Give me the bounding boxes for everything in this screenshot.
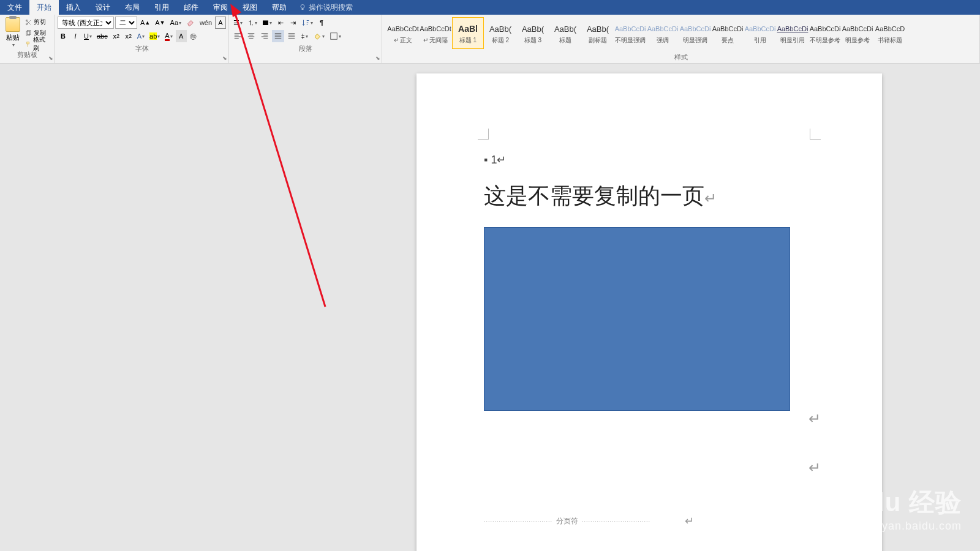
decrease-indent-button[interactable]: ⇤ <box>275 17 286 29</box>
tab-review[interactable]: 审阅 <box>206 0 235 15</box>
align-right-button[interactable] <box>258 30 271 42</box>
phonetic-guide-button[interactable]: wén <box>198 17 214 29</box>
paragraph-dialog-launcher[interactable]: ⬊ <box>375 55 380 61</box>
style-tile-7[interactable]: AaBbCcDi不明显强调 <box>614 17 646 49</box>
style-name: 书籍标题 <box>878 36 902 45</box>
clear-format-button[interactable] <box>184 17 197 29</box>
char-border-button[interactable]: A <box>215 17 226 29</box>
pilcrow-icon: ↵ <box>704 190 717 206</box>
distributed-icon <box>287 32 296 40</box>
tell-me-label: 操作说明搜索 <box>309 2 353 13</box>
align-right-icon <box>260 32 269 40</box>
distributed-button[interactable] <box>285 30 298 42</box>
style-preview: AaBbCcDi <box>810 21 841 36</box>
tab-mail[interactable]: 邮件 <box>176 0 206 15</box>
align-left-button[interactable] <box>232 30 244 42</box>
style-tile-13[interactable]: AaBbCcDi不明显参考 <box>809 17 841 49</box>
style-preview: AaBbCcDi <box>647 21 679 36</box>
tab-view[interactable]: 视图 <box>235 0 265 15</box>
style-tile-11[interactable]: AaBbCcDi引用 <box>744 17 776 49</box>
blue-shape[interactable] <box>484 227 790 411</box>
style-tile-1[interactable]: AaBbCcDt↵ 无间隔 <box>420 17 451 49</box>
grow-font-button[interactable]: A▲ <box>138 17 152 29</box>
style-preview: AaBbCcDi <box>842 21 873 36</box>
italic-button[interactable]: I <box>70 30 81 42</box>
style-tile-14[interactable]: AaBbCcDi明显参考 <box>842 17 873 49</box>
superscript-button[interactable]: x2 <box>123 30 134 42</box>
justify-button[interactable] <box>272 30 284 42</box>
pilcrow-icon: ↵ <box>809 410 821 427</box>
style-tile-12[interactable]: AaBbCcDi明显引用 <box>777 17 809 49</box>
pilcrow-icon: ↵ <box>685 514 694 528</box>
shrink-font-button[interactable]: A▼ <box>153 17 167 29</box>
numbering-button[interactable]: ⒈▾ <box>246 17 259 29</box>
style-tile-15[interactable]: AaBbCcD书籍标题 <box>874 17 906 49</box>
line-spacing-button[interactable]: ‡▾ <box>299 30 310 42</box>
paste-button[interactable]: 粘贴 ▾ <box>2 16 24 49</box>
style-tile-8[interactable]: AaBbCcDi强调 <box>647 17 679 49</box>
page-title[interactable]: 这是不需要复制的一页↵ <box>484 181 839 211</box>
paste-icon <box>6 17 20 32</box>
multilevel-button[interactable]: ⯀▾ <box>260 17 274 29</box>
font-size-select[interactable]: 二号 <box>115 17 137 29</box>
watermark-title: Baıᐤdu 经验 <box>816 485 962 520</box>
font-dialog-launcher[interactable]: ⬊ <box>222 55 227 61</box>
group-clipboard: 粘贴 ▾ 剪切 复制 格式刷 剪贴板 ⬊ <box>0 15 55 63</box>
style-preview: AaBbCcDi <box>777 21 809 36</box>
style-preview: AaBbCcDt <box>420 21 451 36</box>
tab-file[interactable]: 文件 <box>0 0 29 15</box>
ribbon: 粘贴 ▾ 剪切 复制 格式刷 剪贴板 ⬊ 等线 (西文正文) 二号 A▲ A▼ … <box>0 15 980 64</box>
page-content[interactable]: ▪ 1↵ 这是不需要复制的一页↵ <box>484 153 839 411</box>
tab-insert[interactable]: 插入 <box>59 0 88 15</box>
char-shading-button[interactable]: A <box>176 30 187 42</box>
dotted-rule <box>582 518 650 524</box>
group-font: 等线 (西文正文) 二号 A▲ A▼ Aa▾ wén A B I U▾ abc … <box>55 15 229 63</box>
tab-references[interactable]: 引用 <box>147 0 176 15</box>
style-tile-4[interactable]: AaBb(标题 3 <box>517 17 549 49</box>
style-tile-10[interactable]: AaBbCcDi要点 <box>712 17 744 49</box>
page: ▪ 1↵ 这是不需要复制的一页↵ ↵ ↵ 分页符 ↵ <box>417 73 882 551</box>
increase-indent-button[interactable]: ⇥ <box>287 17 298 29</box>
style-tile-6[interactable]: AaBb(副标题 <box>582 17 614 49</box>
margin-mark-tr <box>810 129 821 140</box>
style-tile-0[interactable]: AaBbCcDt↵ 正文 <box>387 17 419 49</box>
page-break-label: 分页符 <box>556 516 578 527</box>
sort-button[interactable]: ▾ <box>300 17 315 29</box>
style-tile-5[interactable]: AaBb(标题 <box>549 17 581 49</box>
bold-button[interactable]: B <box>58 30 69 42</box>
borders-button[interactable]: ▾ <box>328 30 343 42</box>
style-preview: AaBbCcDi <box>680 21 711 36</box>
tab-help[interactable]: 帮助 <box>265 0 294 15</box>
underline-button[interactable]: U▾ <box>82 30 94 42</box>
tab-design[interactable]: 设计 <box>88 0 118 15</box>
cut-button[interactable]: 剪切 <box>24 17 52 27</box>
enclose-char-button[interactable]: ㊞ <box>188 30 199 42</box>
cut-label: 剪切 <box>34 18 46 26</box>
subscript-button[interactable]: x2 <box>111 30 122 42</box>
list-item[interactable]: ▪ 1↵ <box>484 153 839 167</box>
bullets-button[interactable]: ☰▾ <box>232 17 244 29</box>
clipboard-dialog-launcher[interactable]: ⬊ <box>48 55 53 61</box>
shading-button[interactable]: ▾ <box>311 30 326 42</box>
style-tile-3[interactable]: AaBb(标题 2 <box>484 17 516 49</box>
format-painter-button[interactable]: 格式刷 <box>24 39 52 49</box>
style-tile-9[interactable]: AaBbCcDi明显强调 <box>679 17 711 49</box>
style-tile-2[interactable]: AaBl标题 1 <box>452 17 484 49</box>
style-preview: AaBb( <box>522 21 544 36</box>
align-center-button[interactable] <box>245 30 257 42</box>
paragraph-group-label: 段落 <box>232 43 379 54</box>
highlight-button[interactable]: ab▾ <box>148 30 162 42</box>
strike-button[interactable]: abc <box>95 30 110 42</box>
change-case-button[interactable]: Aa▾ <box>168 17 183 29</box>
text-effects-button[interactable]: A▾ <box>135 30 146 42</box>
tell-me[interactable]: 操作说明搜索 <box>299 2 353 13</box>
tab-layout[interactable]: 布局 <box>118 0 147 15</box>
menu-bar: 文件 开始 插入 设计 布局 引用 邮件 审阅 视图 帮助 操作说明搜索 <box>0 0 980 15</box>
font-color-button[interactable]: A▾ <box>163 30 174 42</box>
document-area[interactable]: ▪ 1↵ 这是不需要复制的一页↵ ↵ ↵ 分页符 ↵ <box>0 64 980 551</box>
tab-home[interactable]: 开始 <box>29 0 59 15</box>
pilcrow-icon: ↵ <box>809 459 821 476</box>
show-marks-button[interactable]: ¶ <box>316 17 327 29</box>
font-family-select[interactable]: 等线 (西文正文) <box>58 17 114 29</box>
chevron-down-icon: ▾ <box>12 42 15 48</box>
